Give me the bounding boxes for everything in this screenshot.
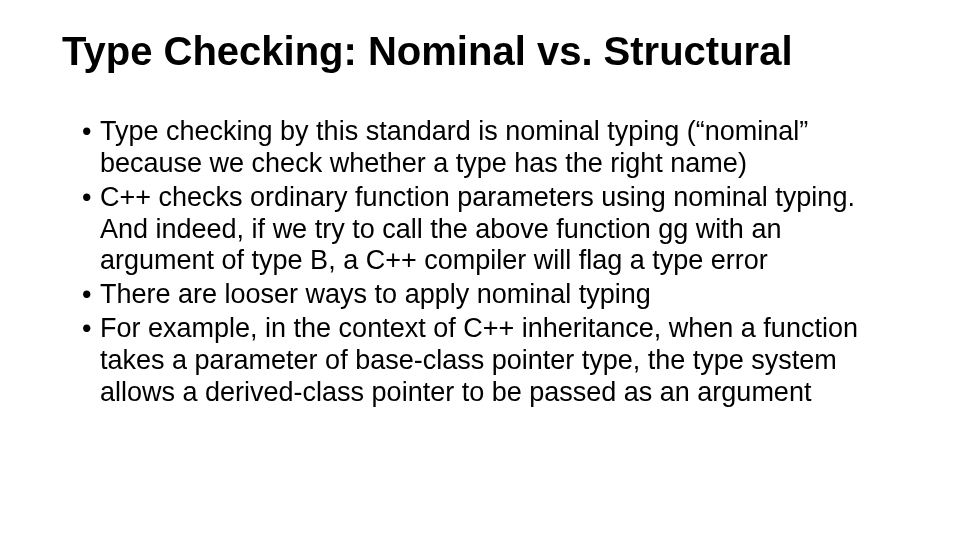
bullet-item: There are looser ways to apply nominal t… (82, 279, 898, 311)
slide: Type Checking: Nominal vs. Structural Ty… (0, 0, 960, 540)
bullet-item: C++ checks ordinary function parameters … (82, 182, 898, 278)
bullet-item: For example, in the context of C++ inher… (82, 313, 898, 409)
bullet-list: Type checking by this standard is nomina… (62, 116, 898, 409)
slide-title: Type Checking: Nominal vs. Structural (62, 28, 898, 74)
bullet-item: Type checking by this standard is nomina… (82, 116, 898, 180)
